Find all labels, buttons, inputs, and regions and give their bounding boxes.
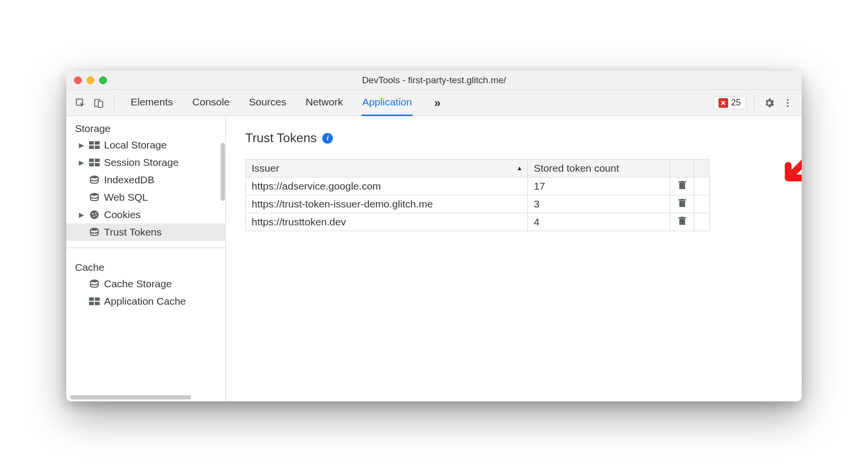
svg-point-5 (787, 105, 789, 107)
error-count-badge[interactable]: ✕ 25 (713, 96, 746, 109)
sidebar-item-application-cache[interactable]: ▶ Application Cache (66, 293, 225, 310)
sidebar-scrollbar[interactable] (221, 143, 225, 201)
tab-console[interactable]: Console (192, 89, 231, 116)
svg-point-3 (787, 99, 789, 101)
svg-rect-10 (89, 159, 94, 162)
disclosure-triangle-icon: ▶ (79, 141, 85, 149)
main-panel: Trust Tokens i Issuer ▲ Stored token cou… (226, 116, 802, 401)
sidebar-item-local-storage[interactable]: ▶ Local Storage (66, 136, 225, 154)
svg-rect-35 (681, 217, 684, 218)
sidebar-item-label: Application Cache (104, 295, 186, 307)
sort-asc-icon: ▲ (516, 164, 523, 172)
svg-point-21 (90, 228, 98, 231)
svg-rect-8 (89, 146, 94, 149)
zoom-window-button[interactable] (99, 76, 107, 84)
database-icon (89, 175, 100, 185)
cell-issuer: https://adservice.google.com (246, 177, 528, 195)
delete-row-button[interactable] (670, 213, 694, 231)
sidebar-item-session-storage[interactable]: ▶ Session Storage (66, 154, 225, 171)
delete-row-button[interactable] (670, 177, 694, 195)
delete-row-button[interactable] (670, 195, 694, 213)
svg-rect-32 (681, 199, 684, 200)
sidebar-item-trust-tokens[interactable]: ▶ Trust Tokens (66, 223, 225, 241)
sidebar-hscrollbar[interactable] (70, 395, 191, 399)
inspect-element-icon[interactable] (73, 96, 88, 110)
cookie-icon (89, 210, 100, 220)
trash-icon (678, 200, 686, 209)
column-header-count[interactable]: Stored token count (528, 160, 670, 177)
table-icon (89, 296, 100, 306)
annotation-arrow-icon (778, 154, 802, 190)
svg-rect-29 (681, 181, 684, 182)
trash-icon (678, 218, 686, 227)
database-icon (89, 192, 100, 202)
toggle-device-icon[interactable] (91, 96, 106, 110)
svg-point-15 (90, 193, 98, 196)
svg-point-20 (96, 215, 97, 217)
tab-sources[interactable]: Sources (248, 89, 287, 116)
minimize-window-button[interactable] (87, 76, 94, 84)
sidebar-item-label: Local Storage (104, 139, 167, 151)
sidebar-item-label: Trust Tokens (104, 226, 162, 238)
table-icon (89, 158, 100, 167)
svg-rect-9 (95, 146, 100, 149)
table-row[interactable]: https://trusttoken.dev4 (246, 213, 710, 231)
svg-rect-11 (95, 159, 100, 162)
sidebar-section-cache: Cache (66, 255, 225, 275)
svg-point-17 (92, 213, 94, 215)
svg-rect-23 (89, 297, 94, 301)
toolbar: Elements Console Sources Network Applica… (66, 90, 802, 116)
settings-icon[interactable] (762, 97, 777, 109)
sidebar-item-label: IndexedDB (104, 174, 154, 186)
svg-point-22 (90, 280, 98, 282)
cell-count: 17 (528, 177, 670, 195)
svg-rect-12 (89, 163, 94, 166)
titlebar: DevTools - first-party-test.glitch.me/ (66, 71, 802, 90)
more-tabs-icon[interactable]: » (434, 96, 440, 110)
svg-rect-33 (679, 219, 685, 225)
svg-rect-2 (98, 101, 103, 107)
trust-tokens-table: Issuer ▲ Stored token count https://adse… (245, 159, 710, 231)
svg-point-19 (93, 216, 95, 217)
sidebar-item-label: Web SQL (104, 192, 148, 203)
svg-rect-24 (95, 297, 100, 301)
tab-elements[interactable]: Elements (130, 89, 174, 116)
cell-count: 3 (528, 195, 670, 213)
sidebar-item-label: Cache Storage (104, 278, 172, 290)
cell-spacer (694, 195, 710, 213)
column-header-actions (670, 160, 694, 177)
disclosure-triangle-icon: ▶ (79, 211, 85, 219)
body: Storage ▶ Local Storage ▶ Session Storag… (66, 116, 802, 401)
table-row[interactable]: https://adservice.google.com17 (246, 177, 710, 195)
sidebar-divider (66, 248, 225, 248)
svg-rect-7 (95, 141, 100, 145)
sidebar-item-cache-storage[interactable]: ▶ Cache Storage (66, 275, 225, 293)
tab-application[interactable]: Application (361, 89, 413, 116)
close-window-button[interactable] (74, 76, 82, 84)
more-menu-icon[interactable] (780, 98, 795, 108)
toolbar-separator (114, 95, 114, 111)
info-icon[interactable]: i (322, 133, 333, 144)
sidebar-section-storage: Storage (66, 116, 225, 136)
trash-icon (678, 182, 686, 192)
svg-point-16 (90, 210, 99, 219)
database-icon (89, 279, 100, 289)
sidebar-item-websql[interactable]: ▶ Web SQL (66, 189, 225, 206)
window-title: DevTools - first-party-test.glitch.me/ (66, 75, 802, 86)
cell-spacer (694, 177, 710, 195)
table-icon (89, 140, 100, 150)
database-icon (89, 227, 100, 237)
table-row[interactable]: https://trust-token-issuer-demo.glitch.m… (246, 195, 710, 213)
panel-tabs: Elements Console Sources Network Applica… (130, 89, 413, 116)
tab-network[interactable]: Network (305, 89, 344, 116)
column-header-issuer[interactable]: Issuer ▲ (246, 160, 528, 177)
cell-issuer: https://trust-token-issuer-demo.glitch.m… (246, 195, 528, 213)
panel-title: Trust Tokens (245, 131, 316, 146)
svg-rect-26 (95, 302, 100, 305)
toolbar-separator (754, 95, 754, 111)
devtools-window: DevTools - first-party-test.glitch.me/ E… (66, 71, 802, 401)
sidebar-item-indexeddb[interactable]: ▶ IndexedDB (66, 171, 225, 189)
panel-title-row: Trust Tokens i (245, 131, 782, 146)
window-controls (66, 76, 107, 84)
sidebar-item-cookies[interactable]: ▶ Cookies (66, 206, 225, 223)
